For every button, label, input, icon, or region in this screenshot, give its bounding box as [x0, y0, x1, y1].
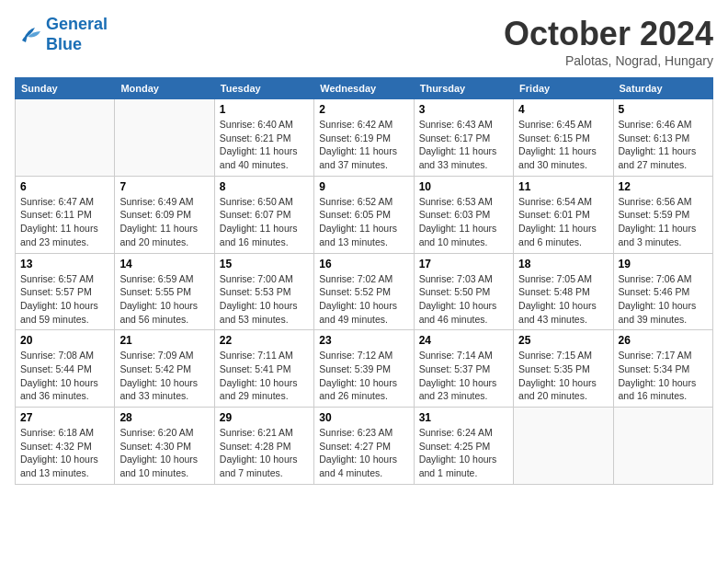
- calendar-cell: 25Sunrise: 7:15 AM Sunset: 5:35 PM Dayli…: [514, 330, 613, 408]
- day-number: 18: [518, 258, 608, 270]
- calendar-cell: 20Sunrise: 7:08 AM Sunset: 5:44 PM Dayli…: [16, 330, 115, 408]
- day-number: 13: [20, 258, 109, 270]
- day-info: Sunrise: 6:20 AM Sunset: 4:30 PM Dayligh…: [119, 426, 209, 480]
- page-header: General Blue October 2024 Palotas, Nogra…: [15, 15, 713, 68]
- day-number: 1: [220, 103, 309, 116]
- day-number: 7: [119, 180, 209, 193]
- calendar-cell: 13Sunrise: 6:57 AM Sunset: 5:57 PM Dayli…: [16, 253, 115, 330]
- calendar-cell: 4Sunrise: 6:45 AM Sunset: 6:15 PM Daylig…: [514, 99, 613, 177]
- calendar-cell: 27Sunrise: 6:18 AM Sunset: 4:32 PM Dayli…: [16, 408, 115, 485]
- logo: General Blue: [15, 15, 108, 54]
- weekday-header: Sunday: [16, 78, 115, 99]
- logo-text: General Blue: [46, 15, 108, 54]
- day-info: Sunrise: 6:40 AM Sunset: 6:21 PM Dayligh…: [220, 118, 309, 172]
- calendar-cell: 31Sunrise: 6:24 AM Sunset: 4:25 PM Dayli…: [414, 408, 513, 485]
- calendar-cell: 17Sunrise: 7:03 AM Sunset: 5:50 PM Dayli…: [414, 253, 513, 330]
- day-info: Sunrise: 6:46 AM Sunset: 6:13 PM Dayligh…: [619, 118, 708, 172]
- day-info: Sunrise: 7:12 AM Sunset: 5:39 PM Dayligh…: [319, 349, 408, 403]
- day-info: Sunrise: 6:42 AM Sunset: 6:19 PM Dayligh…: [319, 118, 408, 172]
- calendar-cell: 24Sunrise: 7:14 AM Sunset: 5:37 PM Dayli…: [414, 330, 513, 408]
- calendar-week-row: 6Sunrise: 6:47 AM Sunset: 6:11 PM Daylig…: [16, 176, 713, 253]
- day-number: 6: [20, 180, 109, 193]
- day-number: 30: [319, 411, 408, 424]
- calendar-week-row: 27Sunrise: 6:18 AM Sunset: 4:32 PM Dayli…: [16, 408, 713, 485]
- calendar-cell: 19Sunrise: 7:06 AM Sunset: 5:46 PM Dayli…: [613, 253, 712, 330]
- day-info: Sunrise: 6:59 AM Sunset: 5:55 PM Dayligh…: [119, 272, 209, 327]
- calendar-week-row: 13Sunrise: 6:57 AM Sunset: 5:57 PM Dayli…: [16, 253, 713, 330]
- calendar-cell: 15Sunrise: 7:00 AM Sunset: 5:53 PM Dayli…: [214, 253, 313, 330]
- calendar-cell: [613, 408, 712, 485]
- weekday-header-row: SundayMondayTuesdayWednesdayThursdayFrid…: [16, 78, 713, 99]
- day-number: 10: [419, 180, 508, 193]
- day-number: 12: [619, 180, 708, 193]
- day-number: 14: [119, 258, 209, 270]
- location-subtitle: Palotas, Nograd, Hungary: [504, 53, 713, 68]
- day-number: 21: [119, 334, 209, 347]
- calendar-cell: [16, 99, 115, 177]
- day-number: 23: [319, 334, 408, 347]
- day-number: 9: [319, 180, 408, 193]
- calendar-cell: 21Sunrise: 7:09 AM Sunset: 5:42 PM Dayli…: [115, 330, 214, 408]
- day-info: Sunrise: 6:50 AM Sunset: 6:07 PM Dayligh…: [220, 195, 309, 249]
- day-info: Sunrise: 7:00 AM Sunset: 5:53 PM Dayligh…: [220, 272, 309, 327]
- day-number: 17: [419, 258, 508, 270]
- day-number: 15: [220, 258, 309, 270]
- day-info: Sunrise: 6:24 AM Sunset: 4:25 PM Dayligh…: [419, 426, 508, 480]
- calendar-cell: 10Sunrise: 6:53 AM Sunset: 6:03 PM Dayli…: [414, 176, 513, 253]
- calendar-cell: 9Sunrise: 6:52 AM Sunset: 6:05 PM Daylig…: [314, 176, 414, 253]
- day-info: Sunrise: 6:43 AM Sunset: 6:17 PM Dayligh…: [419, 118, 508, 172]
- day-info: Sunrise: 6:23 AM Sunset: 4:27 PM Dayligh…: [319, 426, 408, 480]
- calendar-cell: 8Sunrise: 6:50 AM Sunset: 6:07 PM Daylig…: [214, 176, 313, 253]
- day-info: Sunrise: 6:47 AM Sunset: 6:11 PM Dayligh…: [20, 195, 109, 249]
- title-block: October 2024 Palotas, Nograd, Hungary: [504, 15, 713, 68]
- day-info: Sunrise: 7:05 AM Sunset: 5:48 PM Dayligh…: [518, 272, 608, 327]
- day-number: 16: [319, 258, 408, 270]
- calendar-cell: 30Sunrise: 6:23 AM Sunset: 4:27 PM Dayli…: [314, 408, 414, 485]
- day-info: Sunrise: 7:09 AM Sunset: 5:42 PM Dayligh…: [119, 349, 209, 403]
- calendar-cell: 26Sunrise: 7:17 AM Sunset: 5:34 PM Dayli…: [613, 330, 712, 408]
- day-info: Sunrise: 6:56 AM Sunset: 5:59 PM Dayligh…: [619, 195, 708, 249]
- calendar-cell: 3Sunrise: 6:43 AM Sunset: 6:17 PM Daylig…: [414, 99, 513, 177]
- calendar-cell: 5Sunrise: 6:46 AM Sunset: 6:13 PM Daylig…: [613, 99, 712, 177]
- calendar-cell: 1Sunrise: 6:40 AM Sunset: 6:21 PM Daylig…: [214, 99, 313, 177]
- calendar-cell: 14Sunrise: 6:59 AM Sunset: 5:55 PM Dayli…: [115, 253, 214, 330]
- month-title: October 2024: [504, 15, 713, 53]
- day-info: Sunrise: 7:11 AM Sunset: 5:41 PM Dayligh…: [220, 349, 309, 403]
- day-info: Sunrise: 6:54 AM Sunset: 6:01 PM Dayligh…: [518, 195, 608, 249]
- day-info: Sunrise: 6:45 AM Sunset: 6:15 PM Dayligh…: [518, 118, 608, 172]
- day-number: 11: [518, 180, 608, 193]
- weekday-header: Friday: [514, 78, 613, 99]
- day-number: 26: [619, 334, 708, 347]
- calendar-cell: [514, 408, 613, 485]
- day-info: Sunrise: 7:15 AM Sunset: 5:35 PM Dayligh…: [518, 349, 608, 403]
- day-number: 3: [419, 103, 508, 116]
- calendar-cell: 16Sunrise: 7:02 AM Sunset: 5:52 PM Dayli…: [314, 253, 414, 330]
- day-info: Sunrise: 7:03 AM Sunset: 5:50 PM Dayligh…: [419, 272, 508, 327]
- calendar-cell: 29Sunrise: 6:21 AM Sunset: 4:28 PM Dayli…: [214, 408, 313, 485]
- weekday-header: Saturday: [613, 78, 712, 99]
- day-number: 2: [319, 103, 408, 116]
- day-info: Sunrise: 6:53 AM Sunset: 6:03 PM Dayligh…: [419, 195, 508, 249]
- day-info: Sunrise: 7:08 AM Sunset: 5:44 PM Dayligh…: [20, 349, 109, 403]
- calendar-cell: 23Sunrise: 7:12 AM Sunset: 5:39 PM Dayli…: [314, 330, 414, 408]
- day-number: 8: [220, 180, 309, 193]
- day-info: Sunrise: 6:52 AM Sunset: 6:05 PM Dayligh…: [319, 195, 408, 249]
- calendar-cell: 2Sunrise: 6:42 AM Sunset: 6:19 PM Daylig…: [314, 99, 414, 177]
- day-number: 4: [518, 103, 608, 116]
- day-info: Sunrise: 6:21 AM Sunset: 4:28 PM Dayligh…: [220, 426, 309, 480]
- calendar-week-row: 1Sunrise: 6:40 AM Sunset: 6:21 PM Daylig…: [16, 99, 713, 177]
- day-number: 24: [419, 334, 508, 347]
- day-info: Sunrise: 7:14 AM Sunset: 5:37 PM Dayligh…: [419, 349, 508, 403]
- day-number: 27: [20, 411, 109, 424]
- calendar-cell: 11Sunrise: 6:54 AM Sunset: 6:01 PM Dayli…: [514, 176, 613, 253]
- weekday-header: Wednesday: [314, 78, 414, 99]
- calendar-cell: 6Sunrise: 6:47 AM Sunset: 6:11 PM Daylig…: [16, 176, 115, 253]
- calendar-cell: 7Sunrise: 6:49 AM Sunset: 6:09 PM Daylig…: [115, 176, 214, 253]
- calendar-cell: 18Sunrise: 7:05 AM Sunset: 5:48 PM Dayli…: [514, 253, 613, 330]
- day-info: Sunrise: 7:17 AM Sunset: 5:34 PM Dayligh…: [619, 349, 708, 403]
- logo-icon: [15, 22, 42, 48]
- day-number: 22: [220, 334, 309, 347]
- day-number: 20: [20, 334, 109, 347]
- day-number: 28: [119, 411, 209, 424]
- day-number: 19: [619, 258, 708, 270]
